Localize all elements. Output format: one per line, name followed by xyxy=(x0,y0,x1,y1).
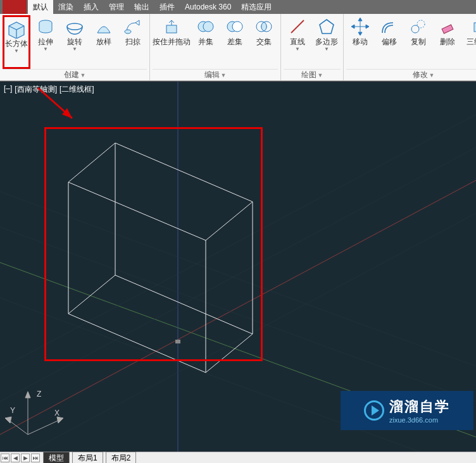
viewport[interactable]: [–] [西南等轴测] [二维线框] xyxy=(0,81,476,452)
chevron-down-icon: ▼ xyxy=(324,46,329,52)
menu-tab-manage[interactable]: 管理 xyxy=(104,0,129,15)
mirror3d-icon xyxy=(472,16,476,37)
move-icon xyxy=(350,16,370,37)
menu-tab-featured[interactable]: 精选应用 xyxy=(236,0,277,15)
watermark: 溜溜自学 zixue.3d66.com xyxy=(341,391,473,430)
tab-nav-last[interactable]: ⏭ xyxy=(31,454,40,462)
menu-tab-render[interactable]: 渲染 xyxy=(53,0,78,15)
svg-marker-50 xyxy=(5,417,11,423)
svg-marker-21 xyxy=(366,25,369,28)
menu-tab-output[interactable]: 输出 xyxy=(129,0,154,15)
annotation-highlight-box xyxy=(44,127,263,361)
app-menu-button[interactable] xyxy=(3,0,27,14)
mirror3d-button[interactable]: 三维镜像 xyxy=(463,15,476,69)
chevron-down-icon: ▼ xyxy=(14,48,19,54)
line-icon xyxy=(287,16,308,37)
svg-marker-19 xyxy=(358,32,362,35)
axis-y-label: Y xyxy=(10,406,15,415)
tab-model[interactable]: 模型 xyxy=(43,452,70,464)
revolve-label: 旋转 xyxy=(67,38,82,46)
panel-create-title-label: 创建 xyxy=(64,70,79,80)
intersect-button[interactable]: 交集 xyxy=(250,15,278,69)
presspull-label: 按住并拖动 xyxy=(153,38,191,46)
line-button[interactable]: 直线 ▼ xyxy=(284,15,311,69)
loft-label: 放样 xyxy=(96,38,111,46)
svg-point-6 xyxy=(125,30,131,34)
subtract-label: 差集 xyxy=(227,38,242,46)
sweep-icon xyxy=(123,16,143,37)
panel-create: 长方体 ▼ 拉伸 ▼ 旋转 ▼ 放样 xyxy=(0,14,150,80)
menu-tab-insert[interactable]: 插入 xyxy=(78,0,104,15)
axis-x-label: X xyxy=(54,409,60,417)
offset-button[interactable]: 偏移 xyxy=(375,15,403,69)
svg-rect-7 xyxy=(166,25,177,33)
revolve-button[interactable]: 旋转 ▼ xyxy=(61,15,89,69)
box-icon xyxy=(6,18,27,39)
svg-point-23 xyxy=(417,20,425,28)
erase-button[interactable]: 删除 xyxy=(434,15,461,69)
panel-draw-title-label: 绘图 xyxy=(301,70,316,80)
extrude-label: 拉伸 xyxy=(38,38,53,46)
copy-label: 复制 xyxy=(411,38,426,46)
tab-nav-prev[interactable]: ◀ xyxy=(11,454,20,462)
polygon-button[interactable]: 多边形 ▼ xyxy=(313,15,341,69)
mirror3d-label: 三维镜像 xyxy=(467,38,476,46)
axis-z-label: Z xyxy=(37,390,41,398)
svg-line-46 xyxy=(28,419,61,435)
svg-marker-20 xyxy=(351,25,354,28)
svg-marker-49 xyxy=(57,417,63,423)
svg-marker-18 xyxy=(358,18,362,21)
intersect-icon xyxy=(254,16,274,37)
svg-line-14 xyxy=(291,20,304,33)
chevron-down-icon: ▼ xyxy=(72,46,77,52)
svg-point-9 xyxy=(203,22,213,32)
union-button[interactable]: 并集 xyxy=(192,15,220,69)
extrude-button[interactable]: 拉伸 ▼ xyxy=(32,15,60,69)
move-button[interactable]: 移动 xyxy=(346,15,374,69)
panel-modify-title[interactable]: 修改 ▼ xyxy=(346,69,476,80)
panel-draw: 直线 ▼ 多边形 ▼ 绘图 ▼ xyxy=(281,14,344,80)
svg-marker-48 xyxy=(25,392,30,398)
svg-point-22 xyxy=(411,25,419,33)
tab-nav-next[interactable]: ▶ xyxy=(21,454,30,462)
tab-layout1[interactable]: 布局1 xyxy=(72,452,103,464)
copy-button[interactable]: 复制 xyxy=(404,15,432,69)
revolve-icon xyxy=(65,16,85,37)
chevron-down-icon: ▼ xyxy=(429,72,435,78)
move-label: 移动 xyxy=(353,38,368,46)
layout-tabs: ⏮ ◀ ▶ ⏭ 模型 布局1 布局2 xyxy=(0,452,476,463)
menu-tab-default[interactable]: 默认 xyxy=(28,0,53,15)
svg-marker-15 xyxy=(320,20,334,34)
copy-icon xyxy=(408,16,429,37)
menu-tab-a360[interactable]: Autodesk 360 xyxy=(180,1,236,13)
chevron-down-icon: ▼ xyxy=(80,72,86,78)
offset-label: 偏移 xyxy=(382,38,397,46)
box-button[interactable]: 长方体 ▼ xyxy=(3,15,30,69)
panel-edit-title[interactable]: 编辑 ▼ xyxy=(153,69,278,80)
menu-bar: 默认 渲染 插入 管理 输出 插件 Autodesk 360 精选应用 xyxy=(0,0,476,14)
subtract-icon xyxy=(225,16,245,37)
svg-point-5 xyxy=(67,23,82,30)
polygon-label: 多边形 xyxy=(315,38,338,46)
watermark-title: 溜溜自学 xyxy=(389,397,450,416)
box-label: 长方体 xyxy=(5,40,28,48)
tab-layout2[interactable]: 布局2 xyxy=(106,452,137,464)
chevron-down-icon: ▼ xyxy=(43,46,48,52)
intersect-label: 交集 xyxy=(256,38,272,46)
presspull-icon xyxy=(161,16,182,37)
ribbon: 长方体 ▼ 拉伸 ▼ 旋转 ▼ 放样 xyxy=(0,14,476,81)
sweep-button[interactable]: 扫掠 xyxy=(119,15,147,69)
panel-create-title[interactable]: 创建 ▼ xyxy=(3,69,147,80)
chevron-down-icon: ▼ xyxy=(221,72,227,78)
loft-button[interactable]: 放样 xyxy=(90,15,118,69)
chevron-down-icon: ▼ xyxy=(318,72,323,78)
panel-modify-title-label: 修改 xyxy=(413,70,428,80)
panel-modify: 移动 偏移 复制 删除 xyxy=(344,14,476,80)
subtract-button[interactable]: 差集 xyxy=(221,15,249,69)
play-icon xyxy=(364,400,384,421)
panel-draw-title[interactable]: 绘图 ▼ xyxy=(284,69,341,80)
line-label: 直线 xyxy=(290,38,305,46)
presspull-button[interactable]: 按住并拖动 xyxy=(153,15,191,69)
tab-nav-first[interactable]: ⏮ xyxy=(1,454,9,462)
menu-tab-plugins[interactable]: 插件 xyxy=(154,0,180,15)
